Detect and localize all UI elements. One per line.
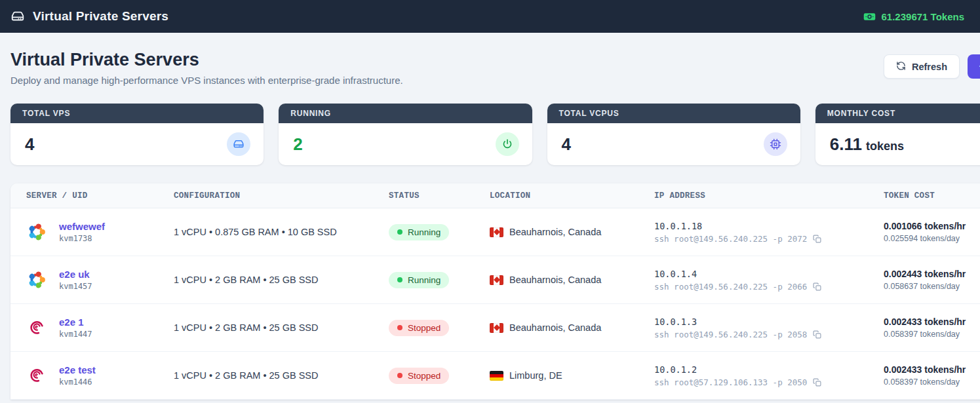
- os-logo: [26, 317, 47, 338]
- ssh-command: ssh root@149.56.240.225 -p 2066: [654, 282, 807, 292]
- status-label: Running: [408, 275, 441, 285]
- cpu-icon: [764, 132, 787, 156]
- column-header-location: LOCATION: [474, 183, 638, 208]
- table-row[interactable]: e2e test kvm1446 1 vCPU • 2 GB RAM • 25 …: [10, 352, 980, 400]
- token-balance-text: 61.239671 Tokens: [882, 11, 964, 22]
- server-configuration: 1 vCPU • 0.875 GB RAM • 10 GB SSD: [174, 227, 337, 237]
- table-row[interactable]: e2e 1 kvm1447 1 vCPU • 2 GB RAM • 25 GB …: [10, 304, 980, 352]
- column-header-token-cost: TOKEN COST: [868, 183, 980, 208]
- server-name-link[interactable]: wefwewef: [59, 221, 105, 232]
- status-badge: Running: [389, 224, 449, 240]
- server-icon: [10, 9, 25, 24]
- stat-label: TOTAL VCPUS: [547, 104, 800, 123]
- hard-drive-icon: [227, 132, 250, 156]
- power-icon: [496, 132, 519, 156]
- page-title: Virtual Private Servers: [10, 49, 970, 70]
- server-uid: kvm1738: [59, 234, 105, 243]
- vps-table: SERVER / UID CONFIGURATION STATUS LOCATI…: [10, 183, 980, 400]
- column-header-configuration: CONFIGURATION: [158, 183, 373, 208]
- location-text: Beauharnois, Canada: [509, 275, 601, 285]
- server-name-link[interactable]: e2e uk: [59, 269, 92, 280]
- status-dot-icon: [397, 277, 402, 282]
- add-vps-button[interactable]: +: [968, 54, 980, 79]
- stat-value: 4: [562, 134, 571, 155]
- server-configuration: 1 vCPU • 2 GB RAM • 25 GB SSD: [174, 322, 318, 333]
- stat-value: 6.11tokens: [830, 134, 904, 155]
- private-ip: 10.0.1.4: [654, 269, 852, 279]
- server-uid: kvm1446: [59, 377, 96, 387]
- app-title: Virtual Private Servers: [33, 9, 168, 24]
- location-text: Beauharnois, Canada: [509, 322, 601, 333]
- stat-label: RUNNING: [279, 104, 532, 123]
- server-configuration: 1 vCPU • 2 GB RAM • 25 GB SSD: [174, 275, 318, 285]
- table-row[interactable]: wefwewef kvm1738 1 vCPU • 0.875 GB RAM •…: [10, 208, 980, 256]
- private-ip: 10.0.1.18: [654, 221, 852, 231]
- copy-ssh-button[interactable]: [813, 378, 821, 387]
- vps-table-card: SERVER / UID CONFIGURATION STATUS LOCATI…: [10, 183, 980, 400]
- stat-card-total-vcpus: TOTAL VCPUS 4: [547, 104, 800, 165]
- cost-per-hour: 0.002433 tokens/hr: [884, 364, 980, 375]
- page-subtitle: Deploy and manage high-performance VPS i…: [10, 75, 970, 86]
- stat-card-monthly-cost: MONTHLY COST 6.11tokens: [815, 104, 980, 165]
- table-row[interactable]: e2e uk kvm1457 1 vCPU • 2 GB RAM • 25 GB…: [10, 256, 980, 304]
- table-header-row: SERVER / UID CONFIGURATION STATUS LOCATI…: [10, 183, 980, 208]
- almalinux-logo-icon: [26, 221, 47, 242]
- os-logo: [26, 365, 47, 386]
- status-dot-icon: [397, 229, 402, 235]
- stat-card-running: RUNNING 2: [279, 104, 532, 165]
- debian-logo-icon: [26, 365, 47, 386]
- stat-label: TOTAL VPS: [10, 104, 264, 123]
- cost-per-hour: 0.002433 tokens/hr: [884, 317, 980, 327]
- copy-ssh-button[interactable]: [813, 330, 821, 339]
- status-badge: Stopped: [389, 368, 449, 384]
- ssh-command: ssh root@149.56.240.225 -p 2058: [654, 330, 807, 339]
- copy-ssh-button[interactable]: [813, 282, 821, 291]
- country-flag: [490, 371, 503, 381]
- country-flag: [490, 275, 503, 285]
- column-header-server-uid: SERVER / UID: [10, 183, 158, 208]
- cost-per-day: 0.025594 tokens/day: [884, 234, 980, 243]
- stats-row: TOTAL VPS 4 RUNNING 2 TOTAL VCPUS: [10, 104, 980, 165]
- stat-label: MONTHLY COST: [815, 104, 980, 123]
- os-logo: [26, 269, 47, 290]
- server-name-link[interactable]: e2e test: [59, 364, 96, 375]
- refresh-button[interactable]: Refresh: [884, 54, 960, 79]
- status-dot-icon: [397, 325, 402, 330]
- top-navbar: Virtual Private Servers 61.239671 Tokens: [0, 0, 980, 33]
- status-dot-icon: [397, 373, 402, 378]
- copy-ssh-button[interactable]: [813, 235, 821, 243]
- server-uid: kvm1457: [59, 282, 92, 291]
- column-header-status: STATUS: [373, 183, 474, 208]
- stat-value: 4: [25, 134, 34, 155]
- stat-value: 2: [293, 134, 302, 155]
- cost-per-day: 0.058397 tokens/day: [884, 330, 980, 339]
- status-badge: Stopped: [389, 320, 449, 336]
- status-label: Stopped: [408, 371, 441, 381]
- os-logo: [26, 221, 47, 242]
- ssh-command: ssh root@149.56.240.225 -p 2072: [654, 234, 807, 244]
- server-configuration: 1 vCPU • 2 GB RAM • 25 GB SSD: [174, 370, 318, 381]
- column-header-ip-address: IP ADDRESS: [638, 183, 868, 208]
- stat-card-total-vps: TOTAL VPS 4: [10, 104, 264, 165]
- country-flag: [490, 323, 503, 333]
- stat-value-number: 6.11: [830, 134, 862, 154]
- private-ip: 10.0.1.3: [654, 317, 852, 327]
- banknote-icon: [863, 10, 876, 24]
- token-balance: 61.239671 Tokens: [863, 10, 964, 24]
- vps-table-body: wefwewef kvm1738 1 vCPU • 0.875 GB RAM •…: [10, 208, 980, 400]
- cost-per-day: 0.058397 tokens/day: [884, 377, 980, 387]
- country-flag: [490, 227, 503, 237]
- ssh-command: ssh root@57.129.106.133 -p 2050: [654, 377, 807, 387]
- status-badge: Running: [389, 272, 449, 288]
- server-name-link[interactable]: e2e 1: [59, 317, 92, 328]
- private-ip: 10.0.1.2: [654, 364, 852, 375]
- location-text: Beauharnois, Canada: [509, 227, 601, 237]
- status-label: Stopped: [408, 323, 441, 333]
- refresh-label: Refresh: [912, 62, 947, 72]
- server-uid: kvm1447: [59, 330, 92, 339]
- status-label: Running: [408, 227, 441, 237]
- cost-per-hour: 0.002443 tokens/hr: [884, 269, 980, 279]
- debian-logo-icon: [26, 317, 47, 338]
- refresh-icon: [896, 61, 906, 73]
- almalinux-logo-icon: [26, 269, 47, 290]
